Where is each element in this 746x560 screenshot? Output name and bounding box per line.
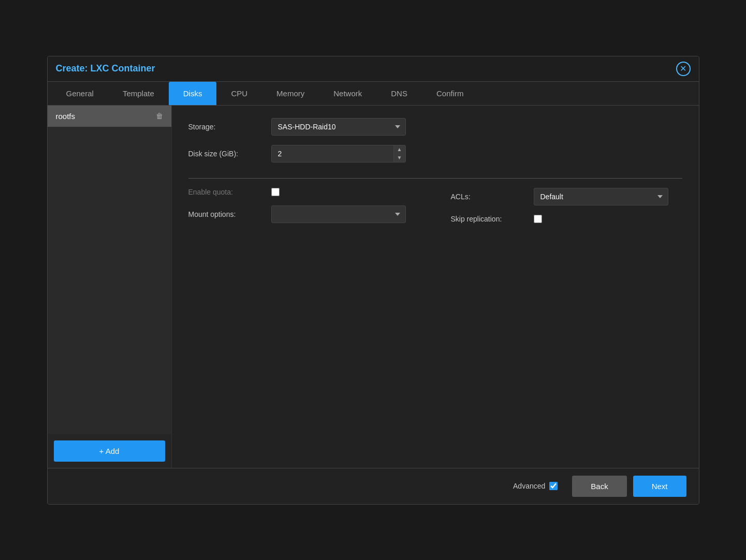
acls-label: ACLs: [451, 193, 534, 201]
acls-select[interactable]: Default [534, 188, 668, 205]
skip-replication-row: Skip replication: [451, 215, 682, 223]
disk-sidebar: rootfs 🗑 + Add [48, 106, 172, 468]
enable-quota-checkbox-wrap [271, 188, 280, 196]
section-divider [188, 178, 682, 179]
mount-options-select[interactable] [271, 205, 406, 223]
storage-select[interactable]: SAS-HDD-Raid10 [271, 118, 406, 136]
back-button[interactable]: Back [572, 476, 626, 497]
create-lxc-dialog: Create: LXC Container ✕ General Template… [47, 56, 699, 505]
disk-size-input[interactable] [272, 145, 393, 162]
rootfs-item[interactable]: rootfs 🗑 [48, 106, 171, 127]
tab-template[interactable]: Template [108, 82, 169, 105]
rootfs-label: rootfs [56, 112, 76, 121]
skip-replication-label: Skip replication: [451, 215, 534, 223]
spinbox-down[interactable]: ▼ [394, 154, 405, 162]
left-col: Enable quota: Mount options: [188, 188, 420, 232]
right-col: ACLs: Default Skip replication: [451, 188, 682, 232]
tab-general[interactable]: General [52, 82, 108, 105]
disk-size-label: Disk size (GiB): [188, 150, 271, 158]
close-button[interactable]: ✕ [676, 62, 691, 76]
content-area: rootfs 🗑 + Add Storage: SAS-HDD-Raid10 D… [48, 106, 699, 468]
skip-replication-checkbox-wrap [534, 215, 542, 223]
tabs-bar: General Template Disks CPU Memory Networ… [48, 82, 699, 106]
tab-confirm[interactable]: Confirm [422, 82, 478, 105]
acls-row: ACLs: Default [451, 188, 682, 205]
advanced-label: Advanced [513, 482, 545, 490]
delete-icon[interactable]: 🗑 [156, 112, 163, 120]
dialog-footer: Advanced Back Next [48, 468, 699, 504]
title-bar: Create: LXC Container ✕ [48, 56, 699, 82]
enable-quota-label: Enable quota: [188, 188, 271, 196]
enable-quota-checkbox[interactable] [271, 188, 280, 196]
advanced-option: Advanced [513, 482, 558, 490]
tab-disks[interactable]: Disks [169, 82, 217, 105]
spinbox-buttons: ▲ ▼ [393, 145, 405, 162]
disk-size-spinbox: ▲ ▼ [271, 145, 406, 163]
storage-row: Storage: SAS-HDD-Raid10 [188, 118, 682, 136]
dialog-title: Create: LXC Container [56, 63, 155, 74]
mount-options-row: Mount options: [188, 205, 420, 223]
enable-quota-row: Enable quota: [188, 188, 420, 196]
advanced-options: Enable quota: Mount options: [188, 188, 682, 232]
skip-replication-checkbox[interactable] [534, 215, 542, 223]
disk-config-panel: Storage: SAS-HDD-Raid10 Disk size (GiB):… [172, 106, 699, 468]
tab-memory[interactable]: Memory [262, 82, 319, 105]
advanced-checkbox[interactable] [549, 482, 558, 490]
sidebar-empty-space [48, 127, 171, 434]
mount-options-label: Mount options: [188, 210, 271, 218]
disk-size-row: Disk size (GiB): ▲ ▼ [188, 145, 682, 163]
spinbox-up[interactable]: ▲ [394, 145, 405, 154]
add-disk-button[interactable]: + Add [54, 440, 165, 462]
storage-label: Storage: [188, 123, 271, 131]
tab-dns[interactable]: DNS [376, 82, 422, 105]
next-button[interactable]: Next [633, 476, 686, 497]
tab-cpu[interactable]: CPU [216, 82, 262, 105]
tab-network[interactable]: Network [319, 82, 376, 105]
